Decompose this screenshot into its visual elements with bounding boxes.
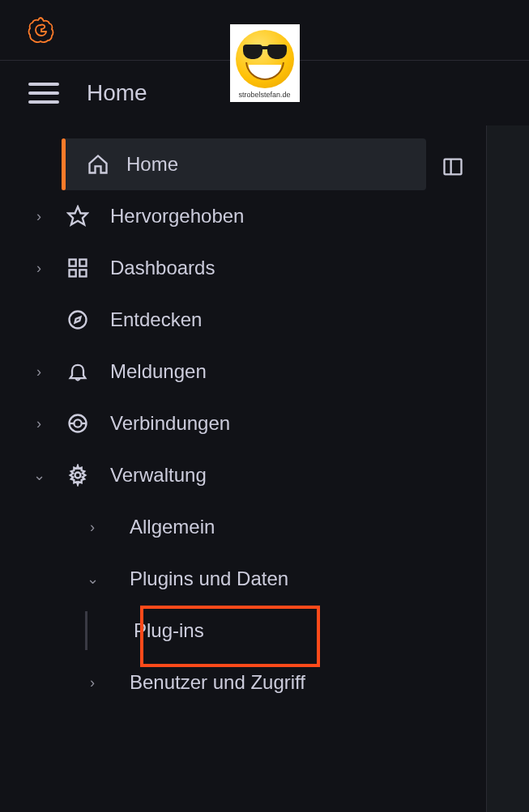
grafana-logo-icon[interactable]: [26, 15, 55, 45]
sub-label: Benutzer und Zugriff: [130, 671, 305, 694]
chevron-down-icon: ⌄: [76, 570, 109, 588]
svg-rect-5: [79, 270, 86, 276]
nav-label: Verwaltung: [110, 464, 207, 487]
chevron-right-icon: ›: [23, 363, 55, 380]
chevron-right-icon: ›: [23, 415, 55, 432]
svg-rect-4: [70, 270, 76, 276]
svg-point-11: [75, 473, 81, 478]
right-panel-edge: [486, 125, 529, 812]
nav-label: Hervorgehoben: [110, 205, 244, 227]
nav-sub-users-access[interactable]: › Benutzer und Zugriff: [0, 657, 486, 708]
svg-rect-3: [79, 260, 86, 266]
nav-item-dashboards[interactable]: › Dashboards: [0, 242, 486, 294]
svg-point-6: [70, 312, 87, 329]
nav-label: Entdecken: [110, 308, 202, 331]
sub-label: Plugins und Daten: [130, 568, 288, 590]
nav-label: Meldungen: [110, 360, 207, 383]
svg-rect-2: [70, 260, 76, 266]
badge-text: strobelstefan.de: [238, 91, 290, 99]
home-icon: [81, 153, 115, 176]
chevron-right-icon: ›: [23, 208, 55, 225]
gear-icon: [55, 464, 100, 487]
smiley-icon: [236, 30, 294, 88]
svg-rect-0: [445, 159, 462, 175]
nav-item-starred[interactable]: › Hervorgehoben: [0, 190, 486, 242]
dashboard-icon: [55, 257, 100, 279]
sidebar-nav: Home › Hervorgehoben › Dashboards › Entd…: [0, 125, 486, 708]
sub-sub-label: Plug-ins: [134, 619, 204, 642]
chevron-right-icon: ›: [76, 674, 109, 691]
chevron-right-icon: ›: [23, 260, 55, 277]
chevron-down-icon: ⌄: [23, 466, 55, 484]
sub-label: Allgemein: [130, 516, 215, 538]
hamburger-menu-icon[interactable]: [28, 83, 59, 104]
star-icon: [55, 205, 100, 227]
nav-sub-general[interactable]: › Allgemein: [0, 501, 486, 553]
connections-icon: [55, 412, 100, 435]
nav-label: Home: [126, 153, 178, 176]
nav-sub-sub-plugins[interactable]: Plug-ins: [85, 605, 486, 657]
nav-label: Verbindungen: [110, 412, 230, 435]
nav-item-home[interactable]: Home: [62, 138, 426, 190]
brand-badge: strobelstefan.de: [230, 24, 300, 102]
nav-item-explore[interactable]: › Entdecken: [0, 294, 486, 346]
tree-line: [85, 611, 87, 650]
chevron-right-icon: ›: [76, 519, 109, 536]
nav-item-administration[interactable]: ⌄ Verwaltung: [0, 449, 486, 501]
compass-icon: [55, 308, 100, 331]
bell-icon: [55, 360, 100, 383]
svg-point-7: [74, 419, 81, 427]
nav-sub-plugins-data[interactable]: ⌄ Plugins und Daten: [0, 553, 486, 605]
nav-label: Dashboards: [110, 257, 215, 279]
nav-item-alerting[interactable]: › Meldungen: [0, 346, 486, 397]
dock-sidebar-icon[interactable]: [442, 155, 464, 178]
nav-item-connections[interactable]: › Verbindungen: [0, 397, 486, 449]
breadcrumb-title[interactable]: Home: [87, 80, 147, 106]
